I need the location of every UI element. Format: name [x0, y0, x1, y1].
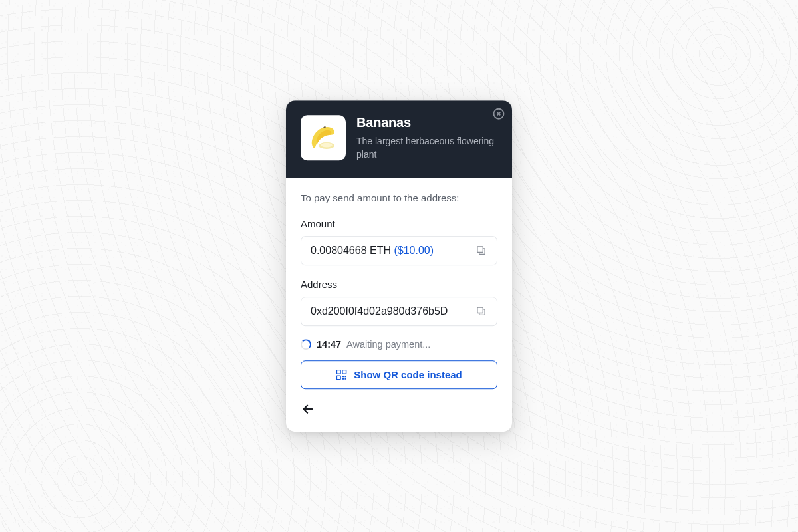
amount-group: Amount 0.00804668 ETH ($10.00) — [301, 218, 497, 265]
close-icon — [493, 108, 505, 120]
header-text: Bananas The largest herbaceous flowering… — [356, 115, 497, 162]
banana-icon — [305, 120, 341, 156]
svg-rect-6 — [477, 307, 483, 313]
countdown-timer: 14:47 — [317, 339, 341, 350]
product-subtitle: The largest herbaceous flowering plant — [356, 134, 497, 162]
svg-rect-10 — [342, 376, 344, 377]
svg-rect-9 — [337, 376, 341, 380]
show-qr-button[interactable]: Show QR code instead — [301, 360, 497, 389]
status-row: 14:47 Awaiting payment... — [301, 339, 497, 350]
instruction-text: To pay send amount to the address: — [301, 192, 497, 203]
status-text: Awaiting payment... — [346, 339, 430, 350]
card-body: To pay send amount to the address: Amoun… — [286, 178, 512, 432]
copy-icon — [475, 305, 487, 317]
svg-rect-11 — [345, 376, 346, 377]
copy-amount-button[interactable] — [475, 245, 487, 257]
address-field: 0xd200f0f4d02a980d376b5D — [301, 297, 497, 326]
payment-card: Bananas The largest herbaceous flowering… — [286, 100, 512, 432]
copy-address-button[interactable] — [475, 305, 487, 317]
amount-field: 0.00804668 ETH ($10.00) — [301, 236, 497, 265]
svg-rect-4 — [477, 247, 483, 253]
svg-point-2 — [321, 143, 332, 148]
address-value: 0xd200f0f4d02a980d376b5D — [311, 305, 469, 317]
amount-label: Amount — [301, 218, 497, 229]
qr-button-label: Show QR code instead — [354, 369, 462, 380]
amount-fiat: ($10.00) — [394, 245, 434, 256]
svg-rect-12 — [342, 378, 344, 379]
svg-rect-8 — [342, 370, 346, 374]
amount-value: 0.00804668 ETH ($10.00) — [311, 245, 469, 257]
card-header: Bananas The largest herbaceous flowering… — [286, 100, 512, 178]
product-title: Bananas — [356, 115, 497, 130]
back-button[interactable] — [301, 401, 319, 417]
product-thumbnail — [301, 115, 346, 160]
address-label: Address — [301, 279, 497, 290]
qr-icon — [336, 369, 347, 380]
close-button[interactable] — [492, 107, 505, 120]
arrow-left-icon — [301, 402, 315, 416]
amount-crypto: 0.00804668 ETH — [311, 245, 394, 256]
svg-rect-7 — [337, 370, 341, 374]
spinner-icon — [301, 339, 311, 350]
copy-icon — [475, 245, 487, 256]
address-group: Address 0xd200f0f4d02a980d376b5D — [301, 279, 497, 326]
svg-rect-13 — [345, 378, 346, 379]
